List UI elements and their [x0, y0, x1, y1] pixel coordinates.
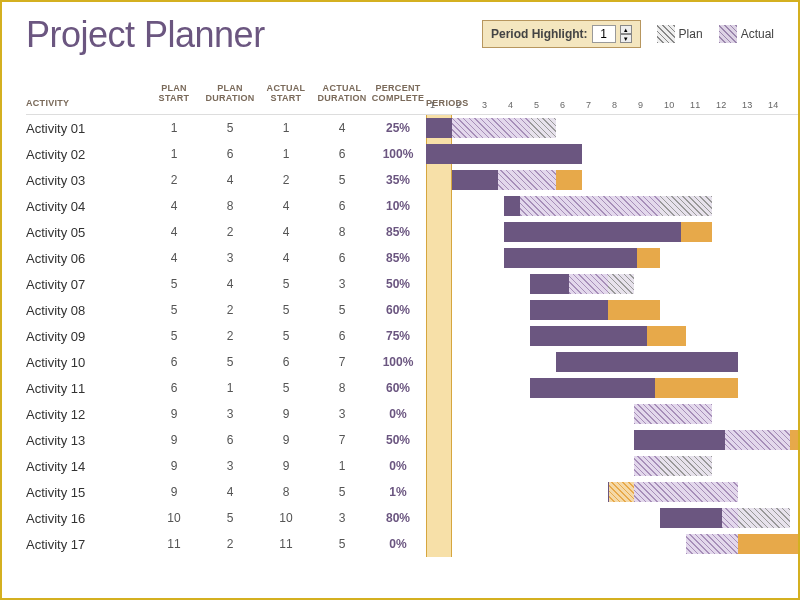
period-stepper[interactable]: ▲ ▼: [620, 25, 632, 43]
plan-start: 11: [146, 537, 202, 551]
activity-name: Activity 14: [26, 459, 146, 474]
actual-duration: 7: [314, 355, 370, 369]
period-tick: 2: [456, 100, 482, 110]
activity-name: Activity 12: [26, 407, 146, 422]
activity-name: Activity 06: [26, 251, 146, 266]
actual-bar: [634, 482, 738, 502]
plan-duration: 3: [202, 251, 258, 265]
percent-complete: 25%: [370, 121, 426, 135]
complete-bar: [530, 300, 608, 320]
gantt-cell: [426, 271, 798, 297]
plan-duration: 6: [202, 147, 258, 161]
percent-complete: 0%: [370, 459, 426, 473]
period-highlight-label: Period Highlight:: [491, 27, 588, 41]
gantt-cell: [426, 297, 798, 323]
percent-complete: 80%: [370, 511, 426, 525]
plan-duration: 6: [202, 433, 258, 447]
stepper-down-icon[interactable]: ▼: [620, 34, 632, 43]
gantt-cell: [426, 531, 798, 557]
complete-bar: [452, 170, 498, 190]
table-row: Activity 11615860%: [26, 375, 798, 401]
gantt-cell: [426, 375, 798, 401]
table-row: Activity 171121150%: [26, 531, 798, 557]
actual-start: 8: [258, 485, 314, 499]
activity-name: Activity 15: [26, 485, 146, 500]
gantt-cell: [426, 193, 798, 219]
col-actual-duration: ACTUAL DURATION: [314, 84, 370, 108]
percent-complete: 85%: [370, 251, 426, 265]
percent-complete: 85%: [370, 225, 426, 239]
complete-bar: [660, 508, 722, 528]
activity-name: Activity 07: [26, 277, 146, 292]
actual-duration: 6: [314, 147, 370, 161]
percent-complete: 50%: [370, 433, 426, 447]
legend-plan: Plan: [657, 25, 703, 43]
plan-start: 1: [146, 147, 202, 161]
period-tick: 3: [482, 100, 508, 110]
actual-start: 2: [258, 173, 314, 187]
table-row: Activity 08525560%: [26, 297, 798, 323]
actual-start: 9: [258, 407, 314, 421]
col-percent-complete: PERCENT COMPLETE: [370, 84, 426, 108]
percent-complete: 60%: [370, 381, 426, 395]
gantt-cell: [426, 401, 798, 427]
period-tick: 1: [430, 100, 456, 110]
actual-duration: 3: [314, 511, 370, 525]
period-highlight-control[interactable]: Period Highlight: ▲ ▼: [482, 20, 641, 48]
plan-duration: 2: [202, 303, 258, 317]
plan-start: 6: [146, 355, 202, 369]
actual-duration: 5: [314, 173, 370, 187]
actual-start: 11: [258, 537, 314, 551]
col-plan-start: PLAN START: [146, 84, 202, 108]
period-tick: 11: [690, 100, 716, 110]
actual-start: 1: [258, 147, 314, 161]
period-tick: 14: [768, 100, 794, 110]
plan-start: 9: [146, 407, 202, 421]
actual-start: 5: [258, 277, 314, 291]
plan-duration: 1: [202, 381, 258, 395]
stepper-up-icon[interactable]: ▲: [620, 25, 632, 34]
activity-name: Activity 13: [26, 433, 146, 448]
col-periods: PERIODS 1234567891011121314: [426, 84, 798, 108]
plan-start: 9: [146, 433, 202, 447]
period-tick: 7: [586, 100, 612, 110]
actual-duration: 8: [314, 225, 370, 239]
table-row: Activity 04484610%: [26, 193, 798, 219]
col-activity: ACTIVITY: [26, 84, 146, 108]
legend-actual-label: Actual: [741, 27, 774, 41]
percent-complete: 0%: [370, 407, 426, 421]
actual-duration: 6: [314, 329, 370, 343]
table-row: Activity 01151425%: [26, 115, 798, 141]
activity-name: Activity 04: [26, 199, 146, 214]
complete-bar: [426, 144, 582, 164]
actual-duration: 3: [314, 407, 370, 421]
actual-start: 4: [258, 251, 314, 265]
actual-beyond-bar: [556, 170, 582, 190]
table-row: Activity 06434685%: [26, 245, 798, 271]
percent-complete: 100%: [370, 147, 426, 161]
period-highlight-input[interactable]: [592, 25, 616, 43]
plan-start: 5: [146, 277, 202, 291]
table-row: Activity 03242535%: [26, 167, 798, 193]
actual-start: 6: [258, 355, 314, 369]
complete-bar: [530, 274, 569, 294]
period-tick: 9: [638, 100, 664, 110]
actual-start: 5: [258, 303, 314, 317]
activity-name: Activity 01: [26, 121, 146, 136]
actual-bar: [634, 404, 712, 424]
gantt-cell: [426, 323, 798, 349]
period-tick: 10: [664, 100, 690, 110]
plan-duration: 3: [202, 407, 258, 421]
table-row: Activity 05424885%: [26, 219, 798, 245]
plan-duration: 5: [202, 355, 258, 369]
percent-complete: 1%: [370, 485, 426, 499]
actual-duration: 5: [314, 537, 370, 551]
complete-bar: [504, 248, 637, 268]
col-actual-start: ACTUAL START: [258, 84, 314, 108]
plan-start: 4: [146, 251, 202, 265]
plan-duration: 4: [202, 173, 258, 187]
plan-duration: 5: [202, 121, 258, 135]
period-tick: 8: [612, 100, 638, 110]
plan-start: 2: [146, 173, 202, 187]
complete-bar: [426, 118, 452, 138]
